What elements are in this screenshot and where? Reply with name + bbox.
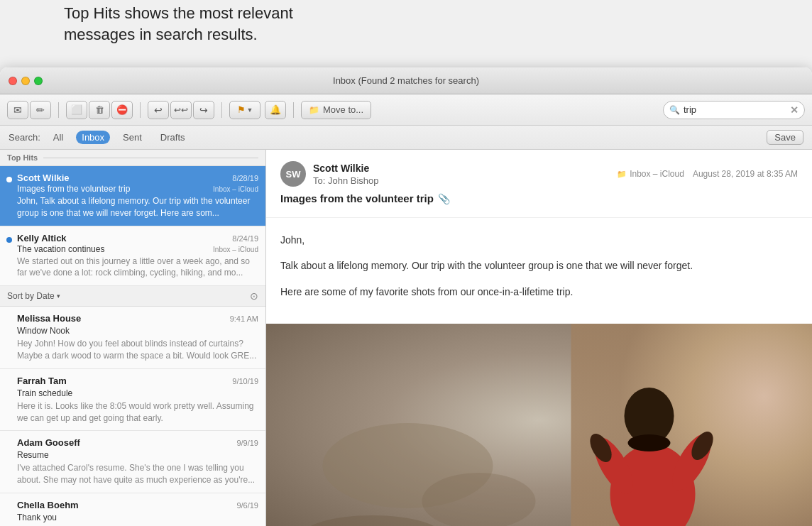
filter-icon[interactable]: ⊙ — [250, 290, 258, 302]
separator-1 — [58, 102, 59, 118]
list-item[interactable]: Farrah Tam 9/10/19 Train schedule Here i… — [0, 369, 265, 432]
message-from: Scott Wilkie — [17, 172, 70, 183]
message-from: Melissa House — [17, 313, 81, 324]
message-from: Kelly Altick — [17, 233, 67, 243]
message-subject-view: Images from the volunteer trip — [280, 192, 434, 204]
toolbar: ✉ ✏ ⬜ 🗑 ⛔ ↩ ↩↩ — [0, 94, 812, 126]
sort-chevron-icon: ▾ — [57, 292, 60, 300]
body-paragraph-1: Talk about a lifelong memory. Our trip w… — [280, 258, 798, 273]
traffic-lights — [9, 77, 43, 85]
mail-window: Inbox (Found 2 matches for search) ✉ ✏ ⬜… — [0, 67, 812, 526]
message-source: Inbox – iCloud — [213, 185, 258, 193]
message-preview: We started out on this journey a little … — [17, 256, 258, 280]
reply-all-button[interactable]: ↩↩ — [170, 101, 192, 119]
search-clear-button[interactable]: ✕ — [790, 104, 799, 116]
filter-tab-inbox[interactable]: Inbox — [76, 131, 110, 144]
body-paragraph-2: Here are some of my favorite shots from … — [280, 284, 798, 300]
message-image — [266, 324, 812, 526]
body-greeting: John, — [280, 232, 798, 248]
filter-tab-all[interactable]: All — [48, 131, 69, 144]
sort-button[interactable]: Sort by Date ▾ — [7, 291, 60, 301]
message-subject: Images from the volunteer trip — [17, 184, 130, 194]
message-subject: Train schedule — [17, 388, 72, 398]
archive-group: ⬜ 🗑 ⛔ — [66, 101, 133, 119]
search-input[interactable] — [684, 104, 786, 115]
sort-label-text: Sort by Date — [7, 291, 55, 301]
message-timestamp: August 28, 2019 at 8:35 AM — [693, 169, 798, 179]
folder-icon: 📁 — [309, 105, 319, 115]
tooltip-annotation: Top Hits shows the most relevant message… — [64, 0, 305, 45]
message-date: 8/24/19 — [232, 234, 258, 243]
flag-button[interactable]: ⚑ ▼ — [229, 101, 260, 119]
filter-tab-sent[interactable]: Sent — [117, 131, 148, 144]
list-item[interactable]: Melissa House 9:41 AM Window Nook Hey Jo… — [0, 307, 265, 369]
message-date: 8/28/19 — [232, 174, 258, 182]
message-list: Top Hits Scott Wilkie 8/28/19 Images fro… — [0, 150, 266, 526]
filter-bar: Search: All Inbox Sent Drafts Save — [0, 126, 812, 150]
svg-point-12 — [628, 434, 671, 451]
list-item[interactable]: Scott Wilkie 8/28/19 Images from the vol… — [0, 166, 265, 226]
mailbox-icon: ✉ — [13, 104, 22, 116]
archive-icon: ⬜ — [71, 104, 82, 115]
list-item[interactable]: Adam Gooseff 9/9/19 Resume I've attached… — [0, 431, 265, 493]
compose-button[interactable]: ✏ — [30, 101, 51, 119]
message-date: 9:41 AM — [230, 314, 258, 323]
sender-info: SW Scott Wilkie To: John Bishop — [280, 161, 379, 187]
filter-tab-drafts[interactable]: Drafts — [155, 131, 191, 144]
avatar-initials: SW — [286, 169, 301, 180]
sender-name: Scott Wilkie — [313, 163, 379, 174]
minimize-button[interactable] — [21, 77, 30, 85]
content-area: Top Hits Scott Wilkie 8/28/19 Images fro… — [0, 150, 812, 526]
reply-icon: ↩ — [154, 104, 163, 116]
unread-indicator — [6, 237, 12, 243]
message-from: Adam Gooseff — [17, 437, 80, 448]
message-from: Farrah Tam — [17, 376, 67, 386]
top-hits-label: Top Hits — [7, 153, 38, 162]
search-label: Search: — [9, 132, 40, 143]
message-subject: Resume — [17, 450, 49, 460]
reply-button[interactable]: ↩ — [148, 101, 169, 119]
window-title: Inbox (Found 2 matches for search) — [333, 75, 479, 86]
forward-icon: ↪ — [199, 104, 208, 116]
separator-4 — [293, 102, 294, 118]
message-preview: John, Talk about a lifelong memory. Our … — [17, 195, 258, 219]
search-icon: 🔍 — [669, 105, 680, 115]
bell-icon: 🔔 — [270, 104, 281, 115]
mailbox-button[interactable]: ✉ — [7, 101, 28, 119]
save-search-button[interactable]: Save — [767, 130, 803, 145]
forward-button[interactable]: ↪ — [193, 101, 214, 119]
junk-button[interactable]: ⛔ — [111, 101, 133, 119]
flag-icon: ⚑ — [237, 104, 246, 115]
message-source: Inbox – iCloud — [213, 246, 258, 253]
list-item[interactable]: Kelly Altick 8/24/19 The vacation contin… — [0, 226, 265, 287]
folder-info: 📁 Inbox – iCloud — [617, 169, 684, 179]
archive-button[interactable]: ⬜ — [66, 101, 87, 119]
maximize-button[interactable] — [34, 77, 43, 85]
compose-icon: ✏ — [36, 104, 45, 116]
list-item[interactable]: Chella Boehm 9/6/19 Thank you Everything… — [0, 493, 265, 526]
folder-icon: 📁 — [617, 170, 627, 179]
attachment-icon: 📎 — [438, 193, 450, 204]
separator-3 — [221, 102, 222, 118]
move-to-label: Move to... — [323, 104, 363, 115]
message-subject: The vacation continues — [17, 244, 104, 254]
junk-icon: ⛔ — [116, 104, 128, 115]
unread-indicator — [6, 177, 12, 182]
delete-button[interactable]: 🗑 — [89, 101, 110, 119]
move-to-button[interactable]: 📁 Move to... — [301, 101, 371, 119]
message-view: SW Scott Wilkie To: John Bishop 📁 — [266, 150, 812, 526]
message-image-container — [266, 324, 812, 526]
reply-all-icon: ↩↩ — [174, 105, 188, 115]
avatar: SW — [280, 161, 306, 187]
separator-2 — [140, 102, 141, 118]
reply-group: ↩ ↩↩ ↪ — [148, 101, 214, 119]
recipient-name: John Bishop — [328, 175, 379, 186]
close-button[interactable] — [9, 77, 17, 85]
trash-icon: 🗑 — [95, 104, 104, 115]
message-date: 9/10/19 — [232, 377, 258, 385]
message-preview: Here it is. Looks like the 8:05 would wo… — [17, 400, 258, 424]
message-preview: Hey John! How do you feel about blinds i… — [17, 338, 258, 362]
mute-button[interactable]: 🔔 — [265, 101, 286, 119]
search-bar: 🔍 ✕ — [663, 101, 805, 119]
message-preview: I've attached Carol's resume. She's the … — [17, 462, 258, 486]
